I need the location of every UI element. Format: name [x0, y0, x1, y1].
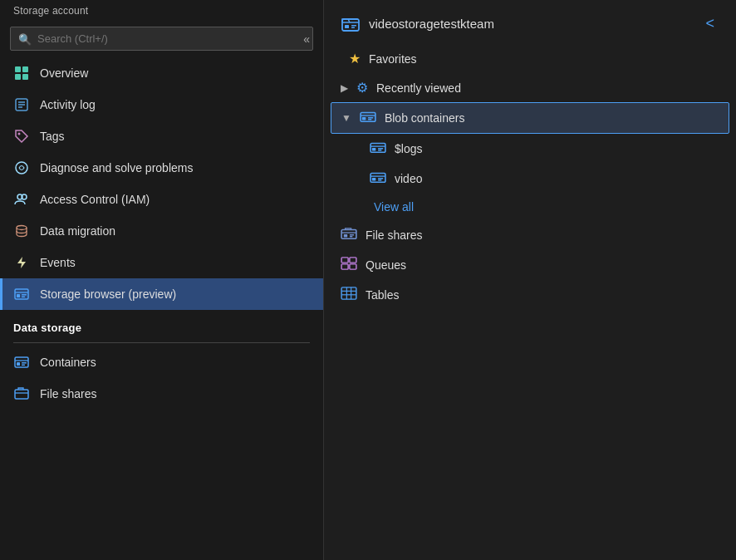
- queues-icon: [341, 257, 357, 273]
- sidebar-header: Storage account: [0, 0, 323, 20]
- section-divider: [13, 342, 310, 343]
- svg-rect-17: [22, 297, 25, 298]
- svg-rect-42: [350, 234, 354, 236]
- data-storage-section: Data storage: [0, 310, 323, 343]
- queues-label: Queues: [366, 258, 406, 272]
- sidebar-item-data-migration[interactable]: Data migration: [0, 215, 323, 247]
- sidebar-item-diagnose[interactable]: Diagnose and solve problems: [0, 152, 323, 184]
- containers-icon: [13, 354, 30, 371]
- storage-browser-icon: [13, 286, 30, 302]
- resource-title-row: videostoragetestkteam: [341, 14, 494, 34]
- svg-rect-1: [22, 66, 28, 72]
- video-folder-icon: [370, 170, 386, 187]
- svg-rect-48: [341, 287, 356, 299]
- activity-log-icon: [13, 96, 30, 113]
- svg-rect-37: [372, 178, 375, 181]
- svg-rect-23: [15, 390, 28, 399]
- file-shares-panel-icon: [341, 227, 357, 243]
- svg-rect-45: [350, 258, 356, 263]
- tree-item-file-shares-panel[interactable]: File shares: [324, 220, 736, 250]
- video-label: video: [395, 172, 422, 185]
- svg-rect-47: [350, 264, 356, 269]
- svg-rect-26: [351, 25, 356, 27]
- svg-rect-40: [341, 230, 356, 239]
- svg-rect-13: [15, 289, 28, 299]
- recently-viewed-gear-icon: ⚙: [356, 80, 368, 96]
- sidebar-item-file-shares[interactable]: File shares: [0, 378, 323, 410]
- svg-rect-0: [15, 66, 21, 72]
- sidebar-item-activity-log[interactable]: Activity log: [0, 89, 323, 120]
- recently-viewed-label: Recently viewed: [376, 81, 461, 95]
- resource-name: videostoragetestkteam: [369, 17, 494, 31]
- svg-rect-38: [378, 178, 383, 179]
- right-panel: videostoragetestkteam < ★ Favorites ▶ ⚙ …: [324, 0, 736, 560]
- recently-viewed-chevron: ▶: [341, 82, 348, 94]
- svg-point-8: [18, 133, 21, 135]
- sidebar-item-data-migration-label: Data migration: [40, 224, 115, 238]
- svg-rect-41: [344, 234, 347, 238]
- blob-containers-label: Blob containers: [385, 111, 465, 125]
- tree-item-favorites[interactable]: ★ Favorites: [324, 44, 736, 73]
- svg-rect-20: [17, 362, 20, 366]
- sidebar-item-containers[interactable]: Containers: [0, 346, 323, 378]
- tables-label: Tables: [366, 288, 399, 302]
- sidebar-item-storage-browser[interactable]: Storage browser (preview): [0, 278, 323, 310]
- overview-icon: [13, 65, 30, 81]
- svg-rect-24: [342, 19, 359, 31]
- sidebar-item-activity-log-label: Activity log: [40, 98, 96, 111]
- nav-list: Overview Activity log Tags: [0, 57, 323, 560]
- tree-item-tables[interactable]: Tables: [324, 280, 736, 310]
- svg-point-9: [16, 162, 27, 174]
- tree-item-blob-containers[interactable]: ▼ Blob containers: [331, 102, 729, 134]
- svg-rect-21: [22, 362, 27, 364]
- diagnose-icon: [13, 160, 30, 176]
- tree-item-recently-viewed[interactable]: ▶ ⚙ Recently viewed: [324, 73, 736, 102]
- resource-header: videostoragetestkteam <: [324, 0, 736, 44]
- search-input[interactable]: [10, 27, 313, 51]
- svg-rect-3: [22, 74, 28, 80]
- svg-rect-43: [350, 236, 353, 237]
- view-all-link[interactable]: View all: [324, 194, 736, 220]
- sidebar-item-containers-label: Containers: [40, 356, 96, 369]
- collapse-button[interactable]: «: [303, 32, 310, 46]
- svg-rect-33: [372, 148, 375, 151]
- back-button[interactable]: <: [700, 13, 719, 34]
- svg-rect-18: [15, 357, 28, 367]
- sidebar-item-events[interactable]: Events: [0, 247, 323, 278]
- tree-item-logs[interactable]: $logs: [324, 134, 736, 164]
- svg-rect-16: [22, 294, 27, 296]
- search-row: 🔍 «: [0, 20, 323, 57]
- svg-rect-46: [341, 264, 348, 269]
- resource-folder-icon: [341, 14, 361, 34]
- blob-containers-chevron: ▼: [341, 112, 351, 124]
- data-storage-heading: Data storage: [0, 310, 323, 339]
- sidebar: Storage account 🔍 « Overview: [0, 0, 324, 560]
- sidebar-item-overview[interactable]: Overview: [0, 57, 323, 89]
- tree-item-queues[interactable]: Queues: [324, 250, 736, 280]
- svg-rect-29: [362, 117, 366, 120]
- sidebar-item-tags[interactable]: Tags: [0, 120, 323, 152]
- svg-rect-28: [361, 113, 375, 122]
- svg-rect-15: [17, 294, 20, 297]
- data-migration-icon: [13, 223, 30, 239]
- tree-item-video[interactable]: video: [324, 164, 736, 194]
- svg-rect-31: [368, 119, 371, 120]
- blob-containers-icon: [360, 110, 376, 126]
- svg-rect-39: [378, 179, 381, 180]
- sidebar-item-access-control[interactable]: Access Control (IAM): [0, 184, 323, 215]
- svg-rect-36: [370, 174, 385, 183]
- access-control-icon: [13, 191, 30, 208]
- search-icon: 🔍: [18, 32, 32, 45]
- svg-rect-27: [351, 27, 355, 28]
- sidebar-item-access-control-label: Access Control (IAM): [40, 193, 150, 206]
- sidebar-item-overview-label: Overview: [40, 66, 88, 80]
- sidebar-item-storage-browser-label: Storage browser (preview): [40, 287, 176, 301]
- svg-rect-30: [368, 117, 373, 119]
- svg-rect-35: [378, 150, 381, 150]
- sidebar-item-events-label: Events: [40, 256, 76, 269]
- tables-icon: [341, 287, 357, 303]
- svg-rect-2: [15, 74, 21, 80]
- logs-folder-icon: [370, 140, 386, 157]
- events-icon: [13, 254, 30, 271]
- svg-rect-32: [370, 144, 385, 153]
